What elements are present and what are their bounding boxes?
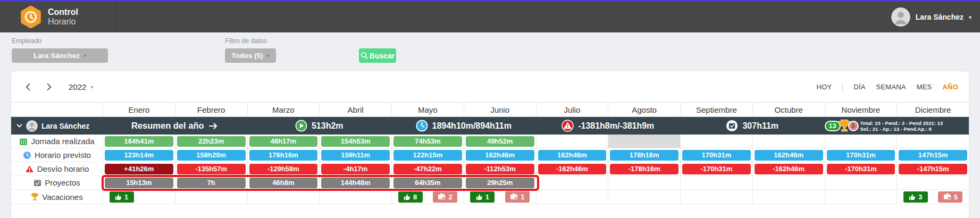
desvio-horario-value-pill[interactable]: -112h53m: [466, 164, 534, 174]
employee-row-header[interactable]: Lara Sánchez: [11, 117, 103, 135]
horario-previsto-value-pill[interactable]: 176h16m: [249, 150, 318, 161]
horario-previsto-value-pill[interactable]: 158h20m: [177, 150, 246, 161]
cell-desvio-horario-1: -135h57m: [175, 162, 247, 175]
proyectos-value-pill[interactable]: 144h48m: [321, 178, 390, 188]
proyectos-value-pill[interactable]: 15h13m: [105, 178, 173, 188]
desvio-horario-value-pill[interactable]: -147h15m: [899, 164, 967, 174]
cell-desvio-horario-10: -170h31m: [825, 162, 897, 175]
cell-jornada-realizada-7: [608, 135, 680, 148]
arrow-right-icon: [208, 122, 219, 130]
view-day[interactable]: DÍA: [853, 83, 865, 91]
summary-vacations: 13 8 Total: 23 - Pend.: 2 - Pend 2021: 1…: [825, 117, 969, 135]
desvio-horario-value-pill[interactable]: -4h17m: [321, 164, 390, 174]
vacation-approved-badge[interactable]: 1: [110, 191, 134, 203]
desvio-horario-value-pill[interactable]: -170h31m: [682, 164, 751, 174]
badge-count: 3: [918, 193, 922, 201]
view-month[interactable]: MES: [917, 83, 932, 91]
view-year[interactable]: AÑO: [943, 83, 959, 91]
desvio-horario-value-pill[interactable]: -129h58m: [249, 164, 318, 174]
vacation-pending-badge[interactable]: 2: [433, 191, 457, 203]
cell-proyectos-7: [608, 176, 680, 189]
horario-previsto-value-pill[interactable]: 178h16m: [610, 150, 679, 161]
proyectos-value-pill[interactable]: 64h35m: [393, 178, 462, 188]
horario-previsto-value-pill[interactable]: 147h15m: [899, 150, 967, 161]
employee-select[interactable]: Lara Sánchez ▾: [12, 48, 108, 63]
summary-deviation-value: -1381h8m/-381h9m: [578, 121, 654, 131]
jornada-realizada-value-pill[interactable]: 154h53m: [321, 136, 390, 147]
view-divider: [842, 83, 843, 91]
desvio-horario-value-pill[interactable]: -170h31m: [827, 164, 895, 174]
jornada-realizada-value-pill[interactable]: 74h53m: [393, 136, 462, 147]
summary-worked-hours: 513h2m: [247, 117, 392, 135]
jornada-realizada-value-pill[interactable]: 164h41m: [105, 136, 173, 147]
desvio-horario-value-pill[interactable]: -162h46m: [755, 164, 823, 174]
horario-previsto-value-pill[interactable]: 159h11m: [321, 150, 390, 161]
calendar-toolbar: 2022 ▾ HOY DÍA SEMANA MES AÑO: [11, 71, 969, 102]
cell-vacaciones-9: [752, 190, 825, 204]
cell-proyectos-9: [752, 176, 825, 189]
cell-desvio-horario-3: -4h17m: [319, 162, 391, 175]
month-header: Octubre: [752, 103, 825, 116]
desvio-horario-value-pill[interactable]: -162h46m: [538, 164, 607, 174]
data-filter-select[interactable]: Todos (5) ▾: [225, 48, 276, 63]
user-menu[interactable]: Lara Sánchez ▾: [891, 7, 980, 27]
row-label-text: Desvío horario: [37, 164, 89, 173]
view-week[interactable]: SEMANA: [876, 83, 906, 91]
year-summary-link[interactable]: Resumen del año: [103, 117, 247, 135]
jornada-realizada-value-pill[interactable]: 22h23m: [177, 136, 246, 147]
vacations-pending-total-badge: 8: [848, 121, 859, 131]
vacation-approved-badge[interactable]: 1: [470, 191, 495, 203]
cell-horario-previsto-3: 159h11m: [319, 148, 391, 162]
cell-desvio-horario-11: -147h15m: [897, 162, 969, 175]
summary-projects-value: 307h11m: [742, 121, 778, 131]
horario-previsto-value-pill[interactable]: 122h15m: [393, 150, 462, 161]
year-picker[interactable]: 2022 ▾: [69, 82, 93, 91]
jornada-realizada-value-pill[interactable]: 49h52m: [466, 136, 534, 147]
view-today[interactable]: HOY: [817, 83, 832, 91]
vacation-pending-badge[interactable]: 5: [938, 191, 962, 203]
vacation-approved-badge[interactable]: 3: [903, 191, 928, 203]
horario-previsto-value-pill[interactable]: 123h14m: [105, 150, 173, 161]
cell-horario-previsto-8: 170h31m: [680, 148, 752, 162]
employee-name: Lara Sánchez: [41, 122, 89, 130]
row-label-text: Vacaciones: [42, 192, 82, 202]
horario-previsto-value-pill[interactable]: 162h46m: [466, 150, 534, 161]
previous-year-button[interactable]: [22, 80, 35, 93]
vacation-pending-badge[interactable]: 1: [505, 191, 530, 203]
row-label-text: Jornada realizada: [31, 137, 94, 146]
cell-desvio-horario-2: -129h58m: [247, 162, 320, 175]
cell-proyectos-1: 7h: [175, 176, 247, 189]
user-name: Lara Sánchez: [916, 13, 964, 21]
proyectos-value-pill[interactable]: 7h: [177, 178, 246, 188]
badge-count: 8: [413, 193, 417, 201]
play-icon: [295, 120, 307, 132]
cell-vacaciones-7: [608, 190, 680, 204]
cell-vacaciones-1: [175, 190, 247, 204]
view-switcher: HOY DÍA SEMANA MES AÑO: [817, 83, 958, 91]
row-label-proyectos: Proyectos: [11, 176, 103, 189]
desvio-horario-value-pill[interactable]: -178h16m: [610, 164, 679, 174]
data-filter-group: Filtro de datos Todos (5) ▾: [225, 37, 276, 63]
next-year-button[interactable]: [42, 80, 55, 93]
summary-worked-value: 513h2m: [312, 121, 344, 131]
top-navbar: Control Horario Lara Sánchez ▾: [0, 2, 980, 32]
desvio-horario-value-pill[interactable]: -135h57m: [177, 164, 246, 174]
desvio-horario-value-pill[interactable]: +41h26m: [105, 164, 173, 174]
data-rows: Jornada realizada164h41m22h23m46h17m154h…: [11, 135, 969, 204]
data-filter-value: Todos (5): [231, 52, 263, 60]
briefcase-clock-icon: [438, 193, 446, 200]
vacation-approved-badge[interactable]: 8: [398, 191, 423, 203]
cell-jornada-realizada-3: 154h53m: [319, 135, 391, 148]
proyectos-value-pill[interactable]: 29h25m: [466, 178, 534, 188]
jornada-realizada-value-pill[interactable]: 46h17m: [249, 136, 318, 147]
horario-previsto-value-pill[interactable]: 162h46m: [538, 150, 607, 161]
desvio-horario-value-pill[interactable]: -47h22m: [393, 164, 462, 174]
horario-previsto-value-pill[interactable]: 162h46m: [755, 150, 823, 161]
row-label-desvio-horario: Desvío horario: [11, 162, 103, 175]
horario-previsto-value-pill[interactable]: 170h31m: [682, 150, 751, 161]
horario-previsto-value-pill[interactable]: 170h31m: [827, 150, 895, 161]
search-button[interactable]: Buscar: [359, 48, 396, 63]
proyectos-value-pill[interactable]: 46h8m: [249, 178, 318, 188]
app-brand[interactable]: Control Horario: [0, 2, 116, 32]
search-icon: [361, 52, 368, 60]
